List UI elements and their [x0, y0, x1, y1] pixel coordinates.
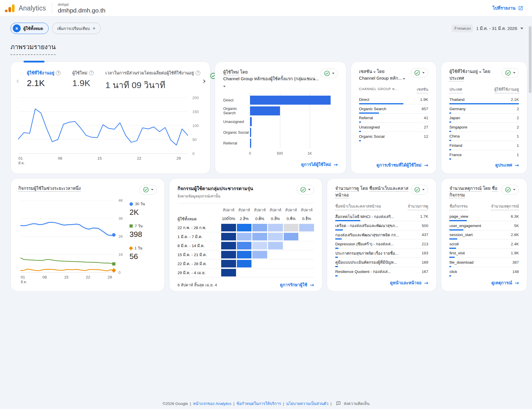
cohort-cell — [237, 233, 252, 240]
cohort-row: 1 มี.ค. - 7 มี.ค. — [178, 232, 314, 241]
property-block[interactable]: dmhpd dmhpd.dmh.go.th — [58, 3, 105, 14]
footer-link-privacy[interactable]: นโยบายความเป็นส่วนตัว — [286, 400, 328, 407]
countries-table: Thailand2.1KGermany2Japan2Singapore2Chin… — [449, 95, 519, 160]
metric-label: ผู้ใช้ใหม่ — [72, 69, 87, 76]
row-label: Germany — [449, 107, 466, 111]
week-header: สัปดาห์ 1 — [237, 206, 252, 214]
cohort-cell — [299, 260, 314, 267]
users-chip-avatar: ผ — [13, 24, 21, 32]
row-label: Direct — [359, 97, 369, 102]
chevron-down-icon — [479, 72, 481, 73]
feedback-label[interactable]: ส่งความคิดเห็น — [344, 400, 369, 407]
svg-text:08: 08 — [42, 275, 47, 279]
footer-link-analytics-home[interactable]: หน้าแรกของ Analytics — [193, 400, 231, 407]
legend-item[interactable]: 1 วัน56 — [130, 245, 145, 261]
view-traffic-acquisition-link[interactable]: ดูการเข้าชมที่ได้ผู้ใช้ใหม่→ — [377, 162, 428, 168]
go-to-report-link[interactable]: ไปที่รายงาน — [493, 5, 523, 12]
help-icon[interactable]: ? — [89, 71, 94, 75]
view-events-link[interactable]: ดูเหตุการณ์→ — [491, 279, 519, 286]
cohort-footnote: 6 สัปดาห์ สิ้นสุด เม.ย. 4 — [178, 282, 217, 288]
check-circle-icon — [505, 70, 511, 76]
dimension-selector[interactable]: Channel Group หลักของผู้ใช้ครั้งแรก (กลุ… — [223, 76, 319, 88]
cohort-cell — [299, 242, 314, 249]
column-header-dimension[interactable]: ประเทศ — [449, 86, 462, 93]
all-users-chip[interactable]: ผ ผู้ใช้ทั้งหมด — [10, 23, 49, 34]
cohort-cell — [237, 242, 252, 249]
view-retention-link[interactable]: ดูการรักษาผู้ใช้→ — [280, 281, 314, 288]
metric-tab-new-users[interactable]: ผู้ใช้ใหม่? 1.9K — [72, 69, 94, 88]
metric-selector[interactable]: เซสชัน — [359, 69, 376, 74]
column-header-metric[interactable]: เซสชัน — [417, 86, 428, 93]
column-header-metric[interactable]: จำนวนเหตุการณ์ — [491, 203, 519, 210]
metric-term[interactable]: จำนวนการดู — [335, 186, 359, 192]
week-header: สัปดาห์ 5 — [299, 206, 314, 214]
bar-category-label: Organic Search — [223, 106, 250, 115]
status-ok-button[interactable] — [139, 185, 157, 194]
bar-track — [250, 128, 337, 137]
view-new-users-link[interactable]: ดูการได้ผู้ใช้ใหม่→ — [301, 161, 338, 168]
bar-fill — [250, 139, 251, 148]
svg-text:4K: 4K — [118, 198, 123, 203]
date-range-picker[interactable]: กำหนดเอง 1 มี.ค. - 31 มี.ค. 2026 — [452, 25, 523, 32]
cohort-week-label: 1 มี.ค. - 7 มี.ค. — [178, 233, 221, 240]
arrow-right-icon: → — [515, 280, 519, 286]
dimension-selector[interactable]: Channel Group หลัก... — [359, 76, 405, 81]
card-title: จำนวนเหตุการณ์ โดย ชื่อกิจกรรม — [449, 185, 501, 199]
row-label: user_engagement — [449, 224, 481, 228]
metric-term[interactable]: จำนวนเหตุการณ์ — [449, 186, 481, 192]
row-value: 2.1K — [511, 97, 519, 102]
column-header-dimension[interactable]: ชื่อกิจกรรม — [449, 203, 468, 210]
status-ok-button[interactable] — [501, 68, 519, 78]
svg-text:29: 29 — [108, 275, 112, 279]
bar-row: Organic Social — [223, 127, 338, 138]
row-value: 183 — [422, 251, 428, 255]
cohort-cell — [221, 251, 236, 258]
add-comparison-chip[interactable]: เพิ่มการเปรียบเทียบ + — [52, 23, 100, 34]
row-label: สื่อ/เทคโนโลยี MHCI - กองส่งเสริ... — [335, 213, 394, 220]
bar-category-label: Organic Social — [223, 130, 250, 135]
bar-row: Direct — [223, 95, 338, 106]
legend-item[interactable]: 30 วัน2K — [130, 201, 145, 217]
row-label: Organic Social — [359, 134, 385, 139]
card-title[interactable]: กิจกรรมผู้ใช้ในช่วงระยะเวลาหนึ่ง — [18, 186, 81, 192]
footer-link-terms[interactable]: ข้อกำหนดในการให้บริการ — [236, 400, 281, 407]
column-header-dimension[interactable]: CHANNEL GROUP ห... — [359, 86, 398, 93]
table-header: ชื่อหน้าเว็บและคลาสหน้าจอ จำนวนการดู — [335, 203, 428, 212]
status-ok-button[interactable] — [411, 68, 428, 78]
help-icon[interactable]: ? — [56, 71, 61, 75]
dimension-term[interactable]: ประเทศ — [449, 76, 464, 81]
status-ok-button[interactable] — [411, 185, 428, 194]
svg-text:1K: 1K — [118, 252, 123, 257]
chevron-right-icon[interactable]: › — [203, 77, 206, 85]
svg-text:50: 50 — [192, 137, 196, 142]
analytics-logo-icon[interactable] — [5, 4, 15, 12]
week-header: สัปดาห์ 0 — [221, 206, 236, 214]
row-value: 1.7K — [420, 214, 428, 219]
metric-selector[interactable]: ผู้ใช้ที่ใช้งานอยู่ — [449, 69, 481, 74]
status-ok-button[interactable] — [501, 185, 519, 194]
table-row: France1 — [449, 150, 519, 160]
metric-tab-engagement-time[interactable]: เวลาในการมีส่วนร่วมโดยเฉลี่ยต่อผู้ใช้ที่… — [105, 69, 200, 92]
column-header-metric[interactable]: ผู้ใช้ที่ใช้งานอยู่ — [494, 86, 519, 93]
legend-label: 30 วัน — [135, 201, 145, 207]
cohort-cell — [221, 233, 236, 240]
date-mode-badge: กำหนดเอง — [452, 25, 473, 32]
status-ok-button[interactable] — [297, 185, 314, 194]
svg-text:08: 08 — [58, 156, 62, 160]
chevron-left-icon[interactable]: ‹ — [16, 77, 19, 85]
column-header-dimension[interactable]: ชื่อหน้าเว็บและคลาสหน้าจอ — [335, 203, 381, 210]
scrollbar-thumb[interactable] — [529, 26, 531, 93]
row-label: คู่มือแบบประเมินคัดกรองผู้ที่มีปัญห... — [335, 259, 397, 265]
status-ok-button[interactable] — [320, 69, 338, 78]
view-countries-link[interactable]: ดูประเทศ→ — [495, 162, 519, 168]
metric-term[interactable]: ผู้ใช้ใหม่ — [223, 69, 239, 75]
cohort-cell — [268, 233, 283, 240]
user-activity-line-chart: 01K2K3K4K01มี.ค.08152229 — [18, 196, 128, 286]
column-header-metric[interactable]: จำนวนการดู — [408, 203, 428, 210]
cohort-cell — [284, 233, 299, 240]
legend-item[interactable]: 7 วัน398 — [130, 223, 145, 239]
help-icon[interactable]: ? — [196, 71, 200, 75]
view-pages-link[interactable]: ดูหน้าและหน้าจอ→ — [390, 279, 428, 286]
metric-tab-active-users[interactable]: ผู้ใช้ที่ใช้งานอยู่? 2.1K — [27, 69, 61, 88]
cohort-cell — [284, 260, 299, 267]
